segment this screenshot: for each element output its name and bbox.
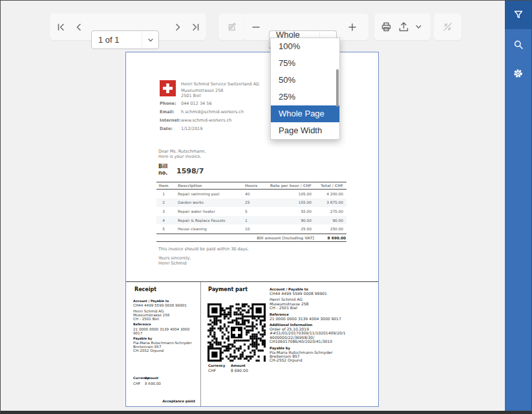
table-cell: 40 <box>242 192 262 196</box>
receipt-details: Account / Payable to CH44 4499 5599 0008… <box>133 300 197 354</box>
zoom-menu-scrollbar[interactable] <box>336 69 339 107</box>
company-name: Henri Schmid Service Switzerland AG <box>181 82 259 87</box>
table-cell: 250.00 <box>312 227 343 231</box>
payment-reference-value: 21 0000 0000 3139 4004 3000 9017 <box>270 317 374 321</box>
parameters-disabled-icon <box>442 21 453 32</box>
zoom-option-whole-page[interactable]: Whole Page <box>271 105 339 122</box>
contact-email: Email:h.schmid@schmid-workers.ch <box>160 108 244 116</box>
table-cell: 275.00 <box>312 210 343 213</box>
table-cell: 25.00 <box>262 227 312 231</box>
receipt-payer-line3: CH-2552 Orpund <box>133 349 197 353</box>
greeting-line1: Dear Ms. Rutschmann, <box>158 149 206 154</box>
zoom-option-100[interactable]: 100% <box>271 38 339 55</box>
table-cell: 105.00 <box>262 192 312 196</box>
zoom-in-button[interactable] <box>344 19 360 35</box>
col-hours: Hours <box>242 184 262 188</box>
zoom-menu: 100% 75% 50% 25% Whole Page Page Width <box>270 38 340 140</box>
col-rate: Rate per hour / CHF <box>262 184 312 188</box>
right-sidebar <box>505 1 531 411</box>
table-row: 1Repair swimming pool40105.004 200.00 <box>156 190 346 199</box>
sidebar-item-settings[interactable] <box>505 59 531 87</box>
previous-page-button[interactable] <box>70 19 87 35</box>
bill-no-value: 1598/7 <box>176 167 204 175</box>
chevron-down-icon <box>415 23 422 30</box>
table-cell: 155.00 <box>262 201 312 204</box>
bill-amount-value: 8 690.00 <box>314 236 346 240</box>
payment-details: Account / Payable to CH44 4499 5599 0008… <box>270 287 374 365</box>
table-cell: Repair swimming pool <box>171 192 242 196</box>
toolbar-group-annotate <box>218 14 246 40</box>
first-page-button[interactable] <box>52 19 69 35</box>
payment-currency-label: Currency <box>208 364 231 368</box>
bill-amount-label: Bill amount [including VAT] <box>156 236 314 240</box>
internet-label: Internet: <box>160 116 181 125</box>
zoom-option-75[interactable]: 75% <box>271 55 339 72</box>
receipt-title: Receipt <box>134 287 156 292</box>
gear-icon <box>513 68 524 79</box>
export-menu-button[interactable] <box>412 19 425 35</box>
table-cell: 3 <box>156 210 171 213</box>
email-label: Email: <box>160 108 181 116</box>
closing-line2: Henri Schmid <box>158 261 191 266</box>
next-page-button[interactable] <box>169 19 186 35</box>
col-total: Total / CHF <box>312 184 343 188</box>
company-address-line2: 2501 Biel <box>181 94 223 99</box>
plus-icon <box>347 22 357 32</box>
zoom-out-button[interactable] <box>248 19 264 35</box>
first-page-icon <box>56 22 66 32</box>
toolbar-group-zoom: Whole Page <box>244 14 368 40</box>
zoom-option-50[interactable]: 50% <box>271 72 339 89</box>
filter-icon <box>513 10 524 20</box>
phone-value: 044 012 34 56 <box>181 101 212 106</box>
table-cell: Garden works <box>171 201 242 204</box>
payment-currency-value: CHF <box>208 369 231 373</box>
table-row: 5House cleaning1025.00250.00 <box>156 224 346 234</box>
invoice-table-header: Item Description Hours Rate per hour / C… <box>156 182 346 190</box>
company-address: Museumstrasse 258 2501 Biel <box>181 89 223 98</box>
receipt-column: Receipt Account / Payable to CH44 4499 5… <box>126 282 201 406</box>
zoom-option-page-width[interactable]: Page Width <box>271 122 339 139</box>
export-button[interactable] <box>396 19 412 35</box>
payment-part-column: Payment part Currency Amount CHF 8 690.0… <box>201 282 378 406</box>
toolbar-group-navigation: 1 of 1 <box>50 14 206 40</box>
receipt-reference-value: 21 0000 0000 3139 4004 3000 9017 <box>133 327 197 335</box>
page-selector[interactable]: 1 of 1 <box>91 30 159 49</box>
contact-internet: Internet:www.schmid-workers.ch <box>160 116 244 125</box>
date-value: 1/12/2019 <box>181 126 202 131</box>
table-row: 3Repair water heater555.00275.00 <box>156 207 346 216</box>
invoice-table-body: 1Repair swimming pool40105.004 200.002Ga… <box>156 190 346 234</box>
payment-payer-line3: CH-2552 Orpund <box>270 358 374 362</box>
toolbar-group-output <box>374 14 431 40</box>
table-cell: House cleaning <box>171 227 242 231</box>
zoom-option-25[interactable]: 25% <box>271 89 339 105</box>
table-row: 2Garden works25155.003 875.00 <box>156 199 346 208</box>
table-cell: 55.00 <box>262 210 312 213</box>
sidebar-item-search[interactable] <box>505 30 531 59</box>
table-cell: 4 <box>156 219 171 223</box>
bill-no-label: Bill no. <box>158 164 173 177</box>
invoice-table: Item Description Hours Rate per hour / C… <box>156 182 346 242</box>
swiss-flag-icon <box>160 80 176 96</box>
chevron-left-icon <box>74 22 84 32</box>
internet-value: www.schmid-workers.ch <box>181 118 231 123</box>
qr-bill-section: Receipt Account / Payable to CH44 4499 5… <box>126 281 378 406</box>
payment-additional-info-line4: CH106017086/40/1020/41/3010 <box>270 340 374 343</box>
toggle-parameters-button[interactable] <box>440 19 456 35</box>
toolbar-group-parameters <box>434 14 462 40</box>
table-cell: Repair water heater <box>171 210 242 213</box>
table-cell: 25 <box>242 201 262 204</box>
export-icon <box>398 21 409 32</box>
sidebar-item-filter[interactable] <box>505 1 531 29</box>
last-page-button[interactable] <box>187 19 204 35</box>
acceptance-point: Acceptance point <box>126 399 195 403</box>
col-item: Item <box>156 184 171 188</box>
closing-line1: Yours sincerely, <box>158 256 191 261</box>
date-label: Date: <box>160 125 181 133</box>
print-button[interactable] <box>378 19 394 35</box>
page-indicator: 1 of 1 <box>92 35 142 45</box>
contact-block: Phone:044 012 34 56 Email:h.schmid@schmi… <box>160 100 244 133</box>
payment-amount-block: Currency Amount CHF 8 690.00 <box>208 364 248 373</box>
edit-button[interactable] <box>224 19 240 35</box>
receipt-currency-label: Currency <box>133 376 145 380</box>
chevron-down-icon <box>142 31 158 49</box>
